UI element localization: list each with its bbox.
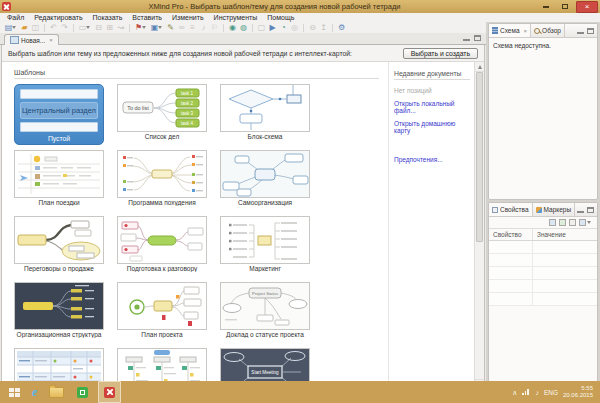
template-card-travel-plan[interactable]: План поездки — [14, 150, 104, 212]
balance-map-icon[interactable]: ⊖ — [307, 22, 318, 33]
dialog-header: Выбрать шаблон или тему из предложенных … — [2, 45, 484, 62]
walkthrough-icon[interactable]: ◔ — [278, 22, 289, 33]
maximize-panel-icon[interactable] — [587, 207, 594, 213]
preferences-icon[interactable]: ⚙ — [336, 22, 347, 33]
template-card-project-status[interactable]: Project Status Доклад о статусе проекта — [220, 282, 310, 344]
menu-insert[interactable]: Вставить — [127, 13, 167, 22]
tab-close-icon[interactable]: × — [524, 28, 528, 34]
undo-icon[interactable]: ↶ — [48, 22, 59, 33]
insert-subtopic-icon[interactable]: ⊞ — [104, 22, 115, 33]
outline-icon — [492, 27, 498, 29]
show-advanced-icon[interactable] — [559, 219, 566, 226]
maximize-view-icon[interactable] — [474, 35, 481, 41]
toolbar-separator — [252, 24, 253, 32]
show-categories-icon[interactable] — [549, 219, 556, 226]
tray-expand-icon[interactable]: ∧ — [512, 389, 517, 396]
language-indicator[interactable]: ENG — [544, 389, 558, 396]
start-button[interactable] — [9, 388, 20, 397]
menu-modify[interactable]: Изменить — [167, 13, 209, 22]
column-value: Значение — [533, 231, 566, 238]
insert-relationship-icon[interactable]: ↝ — [115, 22, 126, 33]
filter-icon[interactable]: ◍ — [238, 22, 249, 33]
xmind-taskbar-button[interactable] — [98, 381, 121, 403]
presentation-icon[interactable]: ▶ — [267, 22, 278, 33]
zoom-frame-icon[interactable]: ▢ — [256, 22, 267, 33]
side-panels: Схема × Обзор Схема недоступна. Свойства — [488, 23, 598, 402]
chevron-down-icon[interactable] — [142, 26, 146, 29]
menu-tools[interactable]: Инструменты — [209, 13, 263, 22]
choose-and-create-button[interactable]: Выбрать и создать — [403, 48, 478, 59]
tab-markers[interactable]: Маркеры — [533, 203, 576, 216]
template-card-weight-loss[interactable]: Программа похудения — [117, 150, 207, 212]
insert-label-icon[interactable]: ⚐ — [209, 22, 220, 33]
insert-hyperlink-icon[interactable]: ∞ — [176, 22, 187, 33]
editor-area: ▤ ▰ ◫ ↶ ↷ ▭ ⊟ ⊞ ↝ ⚑ ▣ ✎ ∞ ≡ ♪ ⚐ ◉ ◍ ▢ ▶ … — [0, 22, 486, 403]
menu-file[interactable]: Файл — [2, 13, 29, 22]
insert-topic-before-icon[interactable]: ⊟ — [93, 22, 104, 33]
minimize-panel-icon[interactable] — [577, 206, 584, 213]
find-icon[interactable]: ◎ — [289, 22, 300, 33]
tab-close-icon[interactable]: × — [49, 37, 53, 43]
redo-icon[interactable]: ↷ — [59, 22, 70, 33]
template-label: Список дел — [117, 133, 207, 140]
svg-text:Project Status: Project Status — [252, 291, 278, 296]
volume-icon[interactable]: ♪ — [535, 389, 539, 396]
template-card-todo-list[interactable]: To do list task 1 task 2 task 3 task 4 С… — [117, 84, 207, 146]
tab-outline[interactable]: Схема × — [489, 24, 531, 37]
tab-overview[interactable]: Обзор — [531, 24, 565, 37]
svg-text:task 4: task 4 — [181, 121, 194, 126]
template-card-conversation-prep[interactable]: Подготовка к разговору — [117, 216, 207, 278]
internet-explorer-icon[interactable]: e — [32, 386, 37, 398]
properties-icon — [492, 207, 498, 213]
network-icon[interactable] — [522, 389, 530, 395]
restore-defaults-icon[interactable] — [569, 219, 576, 226]
view-menu-icon[interactable] — [587, 221, 591, 224]
table-row — [489, 280, 597, 293]
template-card-project-plan[interactable]: План проекта — [117, 282, 207, 344]
menu-edit[interactable]: Редактировать — [29, 13, 87, 22]
chevron-down-icon[interactable] — [86, 26, 90, 29]
open-local-file-link[interactable]: Открыть локальный файл... — [394, 100, 470, 114]
template-thumbnail — [220, 84, 310, 132]
vertical-scrollbar[interactable] — [474, 62, 484, 389]
tab-properties[interactable]: Свойства — [489, 203, 533, 216]
export-icon[interactable]: ↥ — [318, 22, 329, 33]
drill-down-icon[interactable]: ◉ — [227, 22, 238, 33]
edit-property-icon[interactable] — [579, 219, 586, 226]
tab-label: Новая... — [21, 37, 45, 44]
chevron-down-icon[interactable] — [12, 26, 16, 29]
maximize-button[interactable] — [557, 1, 573, 12]
template-card-sales-negotiation[interactable]: Переговоры о продаже — [14, 216, 104, 278]
xmind-logo-icon — [2, 2, 11, 11]
file-explorer-icon[interactable] — [49, 387, 64, 398]
maximize-panel-icon[interactable] — [587, 28, 594, 34]
template-card-blank[interactable]: Центральный раздел Пустой — [14, 84, 104, 146]
insert-audio-note-icon[interactable]: ♪ — [198, 22, 209, 33]
scrollbar-thumb[interactable] — [476, 72, 483, 242]
save-icon[interactable]: ◫ — [30, 22, 41, 33]
template-thumbnail: To do list task 1 task 2 task 3 task 4 — [117, 84, 207, 132]
open-file-icon[interactable]: ▰ — [19, 22, 30, 33]
template-card-flowchart[interactable]: Блок-схема — [220, 84, 310, 146]
minimize-panel-icon[interactable] — [577, 27, 584, 34]
insert-attachment-icon[interactable]: ✎ — [165, 22, 176, 33]
store-app-icon[interactable] — [77, 387, 88, 398]
open-home-map-link[interactable]: Открыть домашнюю карту — [394, 120, 470, 134]
scroll-up-icon[interactable] — [475, 62, 484, 72]
chevron-down-icon[interactable] — [158, 26, 162, 29]
template-label: План поездки — [14, 199, 104, 206]
tab-new-workbook[interactable]: Новая... × — [4, 34, 59, 45]
template-card-org-structure[interactable]: Организационная структура — [14, 282, 104, 344]
editor-tab-bar: Новая... × — [0, 33, 486, 45]
template-card-marketing[interactable]: Маркетинг — [220, 216, 310, 278]
menu-view[interactable]: Показать — [88, 13, 128, 22]
insert-notes-icon[interactable]: ≡ — [187, 22, 198, 33]
close-button[interactable]: × — [576, 1, 598, 13]
toolbar-separator — [223, 24, 224, 32]
menu-help[interactable]: Помощь — [262, 13, 299, 22]
minimize-view-icon[interactable] — [463, 34, 470, 41]
clock[interactable]: 5:55 20.06.2015 — [563, 385, 593, 399]
minimize-button[interactable] — [538, 1, 554, 12]
template-card-self-organization[interactable]: Самоорганизация — [220, 150, 310, 212]
preferences-link[interactable]: Предпочтения... — [394, 156, 470, 163]
